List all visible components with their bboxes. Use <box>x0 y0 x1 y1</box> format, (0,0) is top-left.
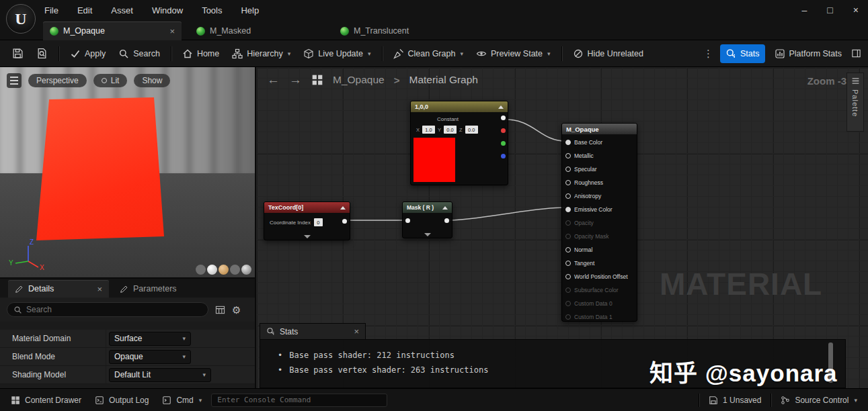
details-search-input[interactable] <box>26 305 202 314</box>
unsaved-indicator[interactable]: 1 Unsaved <box>705 396 765 405</box>
material-input-pin[interactable]: Base Color <box>562 136 637 149</box>
constant-node-header[interactable]: 1,0,0 <box>411 101 508 112</box>
material-input-pin[interactable]: Opacity Mask <box>562 230 637 243</box>
material-input-pin[interactable]: Subsurface Color <box>562 283 637 297</box>
perspective-button[interactable]: Perspective <box>28 74 87 87</box>
source-control-button[interactable]: Source Control ▾ <box>777 396 861 405</box>
palette-tab[interactable]: Palette <box>846 73 864 132</box>
pin-icon[interactable] <box>565 314 571 320</box>
viewport-setting-button[interactable] <box>219 265 229 275</box>
pin-icon[interactable] <box>565 193 571 199</box>
tab-m-masked[interactable]: M_Masked <box>190 21 258 40</box>
details-search-box[interactable] <box>7 302 208 317</box>
sidebar-layout-icon[interactable] <box>851 48 861 58</box>
tab-details[interactable]: Details × <box>8 280 109 298</box>
texcoord-node[interactable]: TexCoord[0] Coordinate Index 0 <box>264 201 350 240</box>
pin-icon[interactable] <box>565 234 571 239</box>
pin-icon[interactable] <box>565 220 571 226</box>
tab-parameters[interactable]: Parameters <box>113 280 184 298</box>
material-domain-dropdown[interactable]: Surface ▾ <box>109 332 191 346</box>
material-input-pin[interactable]: Anisotropy <box>562 189 637 203</box>
kebab-menu-icon[interactable]: ⋮ <box>701 48 716 60</box>
save-button[interactable] <box>7 44 29 63</box>
menu-edit[interactable]: Edit <box>77 5 92 15</box>
show-button[interactable]: Show <box>134 74 170 87</box>
stats-toggle-button[interactable]: Stats <box>720 44 765 63</box>
blend-mode-dropdown[interactable]: Opaque ▾ <box>109 350 191 364</box>
material-input-pin[interactable]: Opacity <box>562 216 637 230</box>
menu-help[interactable]: Help <box>241 5 259 15</box>
material-input-pin[interactable]: Custom Data 0 <box>562 297 637 310</box>
tab-close-icon[interactable]: × <box>169 26 175 36</box>
gear-icon[interactable]: ⚙ <box>232 305 241 315</box>
clean-graph-button[interactable]: Clean Graph ▾ <box>388 44 469 63</box>
tab-m-opaque[interactable]: M_Opaque × <box>43 21 182 40</box>
constant-node[interactable]: 1,0,0 Constant X 1.0 Y 0.0 Z 0.0 <box>410 101 508 185</box>
lit-mode-button[interactable]: Lit <box>93 74 128 87</box>
output-pin[interactable] <box>342 219 347 224</box>
stats-tab[interactable]: Stats × <box>260 323 366 339</box>
pin-icon[interactable] <box>565 140 571 145</box>
output-pin-r[interactable] <box>501 128 506 133</box>
pin-icon[interactable] <box>565 180 571 185</box>
live-update-button[interactable]: Live Update ▾ <box>298 44 376 63</box>
collapse-caret-icon[interactable] <box>442 206 448 210</box>
material-input-pin[interactable]: Custom Data 1 <box>562 310 637 324</box>
material-node-header[interactable]: M_Opaque <box>562 124 637 134</box>
pin-icon[interactable] <box>565 274 571 279</box>
expand-chevron-icon[interactable] <box>304 235 311 238</box>
tab-close-icon[interactable]: × <box>354 326 359 336</box>
mask-node-header[interactable]: Mask ( R ) <box>403 202 452 213</box>
field-x-input[interactable]: 1.0 <box>422 126 435 134</box>
console-command-input[interactable] <box>211 394 387 407</box>
minimize-button[interactable]: – <box>802 5 807 15</box>
field-y-input[interactable]: 0.0 <box>444 126 457 134</box>
collapse-caret-icon[interactable] <box>498 105 504 109</box>
coordinate-index-input[interactable]: 0 <box>314 218 323 226</box>
tab-m-translucent[interactable]: M_Translucent <box>333 21 416 40</box>
material-input-pin[interactable]: Tangent <box>562 257 637 270</box>
pin-icon[interactable] <box>565 167 571 172</box>
material-input-pin[interactable]: Emissive Color <box>562 203 637 216</box>
breadcrumb-current[interactable]: Material Graph <box>409 74 478 86</box>
mask-node[interactable]: Mask ( R ) <box>402 201 452 238</box>
viewport-setting-button[interactable] <box>230 265 240 275</box>
viewport-menu-icon[interactable] <box>7 73 22 88</box>
search-button[interactable]: Search <box>113 44 165 63</box>
output-pin-rgb[interactable] <box>501 116 506 120</box>
material-preview-viewport[interactable]: Perspective Lit Show Z X Y <box>0 67 256 277</box>
menu-window[interactable]: Window <box>152 5 183 15</box>
hide-unrelated-button[interactable]: Hide Unrelated <box>567 44 649 63</box>
material-result-node[interactable]: M_Opaque Base ColorMetallicSpecularRough… <box>561 123 637 322</box>
viewport-setting-button[interactable] <box>196 265 206 275</box>
menu-asset[interactable]: Asset <box>111 5 133 15</box>
viewport-setting-button[interactable] <box>207 265 217 275</box>
hierarchy-button[interactable]: Hierarchy ▾ <box>227 44 296 63</box>
home-button[interactable]: Home <box>177 44 225 63</box>
display-filter-icon[interactable] <box>215 305 225 315</box>
platform-stats-button[interactable]: Platform Stats <box>769 44 848 63</box>
preview-state-button[interactable]: Preview State ▾ <box>471 44 556 63</box>
pin-icon[interactable] <box>565 261 571 266</box>
shading-model-dropdown[interactable]: Default Lit ▾ <box>109 368 211 382</box>
material-input-pin[interactable]: Normal <box>562 243 637 257</box>
material-input-pin[interactable]: Roughness <box>562 176 637 189</box>
browse-to-asset-button[interactable] <box>31 44 53 63</box>
pin-icon[interactable] <box>565 287 571 293</box>
close-button[interactable]: × <box>853 5 859 15</box>
cmd-dropdown[interactable]: Cmd ▾ <box>158 396 206 405</box>
menu-tools[interactable]: Tools <box>202 5 222 15</box>
tab-close-icon[interactable]: × <box>97 284 102 294</box>
output-pin-b[interactable] <box>501 154 506 158</box>
output-log-button[interactable]: Output Log <box>91 396 153 405</box>
material-input-pin[interactable]: Metallic <box>562 149 637 163</box>
expand-chevron-icon[interactable] <box>424 233 431 236</box>
texcoord-node-header[interactable]: TexCoord[0] <box>264 202 350 213</box>
pin-icon[interactable] <box>565 153 571 158</box>
menu-file[interactable]: File <box>44 5 58 15</box>
field-z-input[interactable]: 0.0 <box>465 126 478 134</box>
content-drawer-button[interactable]: Content Drawer <box>7 396 85 405</box>
material-input-pin[interactable]: Specular <box>562 163 637 176</box>
pin-icon[interactable] <box>565 247 571 253</box>
material-graph-canvas[interactable]: ← → M_Opaque > Material Graph Zoom -3 Pa… <box>256 67 868 388</box>
